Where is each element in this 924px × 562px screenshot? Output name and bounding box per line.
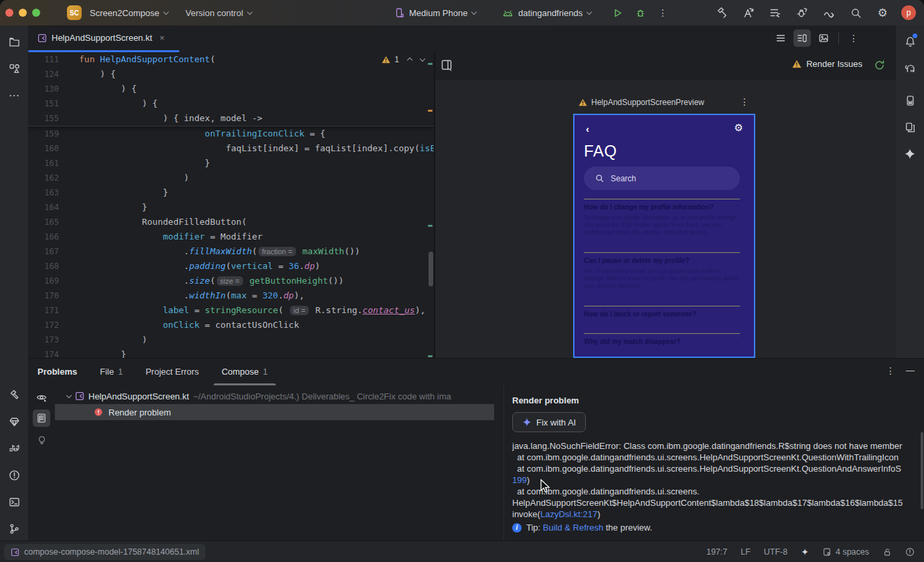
debug-button[interactable] [631,3,649,22]
build-tool-button[interactable] [0,381,28,408]
code-line[interactable]: 169 .size(size = getButtonHeight()) [28,274,434,288]
editor-tab[interactable]: HelpAndSupportScreen.kt × [31,25,171,50]
caret-position[interactable]: 197:7 [706,547,727,557]
code-line[interactable]: 155 ) { index, model -> [28,111,434,126]
previous-issue-icon[interactable] [407,58,412,63]
git-tool-button[interactable] [0,515,28,542]
terminal-tool-button[interactable] [0,488,28,515]
code-line[interactable]: 164 } [28,200,434,215]
status-current-file[interactable]: compose-compose-model-1758748140651.xml [4,544,206,560]
more-run-actions-button[interactable]: ⋮ [653,3,672,22]
code-line[interactable]: 172 onClick = contactUsOnClick [28,318,434,333]
profile-avatar[interactable]: p [901,5,916,20]
gradle-tool-button[interactable] [896,55,924,82]
code-line[interactable]: 173 ) [28,333,434,347]
window-minimize-button[interactable] [19,9,27,17]
build-project-button[interactable] [712,3,731,22]
editor-scrollbar[interactable] [429,252,433,286]
ai-sparkle-icon[interactable]: ✦ [801,547,809,557]
minimize-panel-button[interactable]: — [906,365,915,375]
render-issues-button[interactable]: Render Issues [792,59,862,69]
search-everywhere-button[interactable] [846,3,865,22]
event-log-status[interactable] [905,547,915,557]
more-tool-windows-button[interactable]: ⋯ [0,82,28,108]
code-line[interactable]: 167 .fillMaxWidth(fraction = maxWidth()) [28,244,434,259]
code-line[interactable]: 160 faqList[index] = faqList[index].copy… [28,141,434,156]
preview-phone-frame[interactable]: ‹ ⚙ FAQ Search How do I change my profil… [573,114,755,358]
project-tool-button[interactable] [0,28,28,55]
inspection-widget[interactable]: 1 [382,55,425,64]
faq-item[interactable]: How do I block or report someone?⌄ [584,306,740,318]
project-menu[interactable]: Screen2Compose [90,8,168,18]
code-line[interactable]: 124 ) { [28,67,434,82]
problems-file-row[interactable]: HelpAndSupportScreen.kt ~/AndroidStudioP… [55,388,502,404]
tab-project-errors[interactable]: Project Errors [145,359,198,385]
next-issue-icon[interactable] [420,56,425,61]
refresh-preview-button[interactable] [874,60,885,71]
code-line[interactable]: 130 ) { [28,82,434,96]
code-review-button[interactable] [820,3,838,22]
faq-item[interactable]: Why did my match disappear?⌄ [584,333,740,346]
code-line[interactable]: 174 } [28,347,434,358]
stack-trace-link[interactable]: LazyDsl.kt:217 [540,509,597,519]
app-quality-insights-tool-button[interactable] [0,408,28,435]
line-separator[interactable]: LF [741,547,751,557]
faq-divider [584,199,740,199]
device-selector[interactable]: Medium Phone [394,7,476,18]
detail-scrollbar[interactable] [921,432,923,509]
ai-rename-button[interactable] [739,3,758,22]
code-line[interactable]: 151 ) { [28,96,434,111]
resource-manager-tool-button[interactable] [0,55,28,82]
run-configuration-selector[interactable]: datingandfriends [502,8,591,18]
stack-trace-link[interactable]: 199 [512,475,527,485]
version-control-menu[interactable]: Version control [185,8,252,18]
code-line[interactable]: 168 .padding(vertical = 36.dp) [28,259,434,274]
file-encoding[interactable]: UTF-8 [764,547,787,557]
fix-with-ai-button[interactable]: Fix with AI [512,412,586,432]
code-editor[interactable]: 111fun HelpAndSupportContent(124 ) {130 … [28,52,434,358]
stack-trace-line: at com.ibm.google.datingandfriends.ui.sc… [512,452,924,463]
run-button[interactable] [608,3,627,22]
faq-item[interactable]: How do I change my profile information?⌃… [584,199,740,236]
tab-count-badge: 1 [263,359,268,385]
preview-problem-button[interactable] [33,389,50,406]
close-icon[interactable]: × [159,33,165,43]
gemini-tool-button[interactable] [896,140,924,167]
design-view-button[interactable] [815,29,832,47]
render-problem-row[interactable]: Render problem [55,404,494,420]
code-line[interactable]: 162 ) [28,171,434,185]
faq-item[interactable]: Can I pause or delete my profile?⌃Yes. I… [584,252,740,290]
preview-name-label[interactable]: HelpAndSupportScreenPreview [579,98,753,107]
panel-options-button[interactable]: ⋮ [886,366,895,375]
code-view-button[interactable] [772,29,789,47]
code-line[interactable]: 159 onTrailingIconClick = { [28,126,434,141]
code-line[interactable]: 171 label = stringResource( id = R.strin… [28,303,434,318]
tab-file[interactable]: File1 [100,359,123,385]
debug-assist-button[interactable] [793,3,812,22]
window-close-button[interactable] [5,9,13,17]
problems-tool-button[interactable] [0,462,28,488]
code-line[interactable]: 165 RoundedFilledButton( [28,215,434,229]
editor-options-button[interactable]: ⋮ [845,29,862,47]
todo-structure-button[interactable] [766,3,785,22]
running-devices-tool-button[interactable] [896,87,924,114]
code-line[interactable]: 161 } [28,156,434,171]
lock-status[interactable] [882,547,892,557]
indent-setting[interactable]: 4 spaces [822,547,869,557]
tab-compose[interactable]: Compose1 [222,359,268,385]
show-details-button[interactable] [33,409,50,427]
code-line[interactable]: 111fun HelpAndSupportContent( [28,52,434,67]
device-manager-tool-button[interactable] [896,114,924,140]
split-view-button[interactable] [793,29,811,47]
preview-layout-button[interactable] [441,59,453,71]
code-line[interactable]: 163 } [28,185,434,200]
window-zoom-button[interactable] [32,9,40,17]
settings-button[interactable]: ⚙ [873,3,892,22]
build-refresh-link[interactable]: Build & Refresh [543,523,603,533]
quick-fix-button[interactable] [33,430,50,448]
preview-options-button[interactable]: ⋮ [740,96,749,107]
logcat-tool-button[interactable] [0,435,28,462]
notifications-button[interactable] [896,28,924,55]
code-line[interactable]: 170 .widthIn(max = 320.dp), [28,288,434,303]
code-line[interactable]: 166 modifier = Modifier [28,229,434,244]
